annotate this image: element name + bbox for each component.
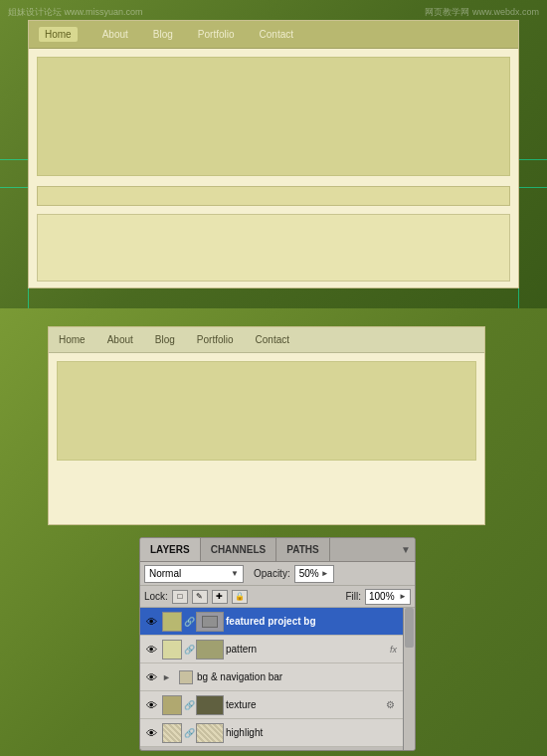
mockup-nav-top: Home About Blog Portfolio Contact [29, 21, 518, 49]
layer-row-texture[interactable]: 👁 🔗 texture ⚙ ► [140, 691, 415, 719]
website-mockup-top: Home About Blog Portfolio Contact [28, 20, 519, 288]
layer-row-group[interactable]: 👁 ► bg & navigation bar [140, 663, 415, 691]
lock-transparent-button[interactable]: □ [172, 590, 188, 604]
chain-featured: 🔗 [184, 617, 194, 627]
thumb-rect-highlight [196, 723, 224, 743]
blend-row: Normal ▼ Opacity: 50% ► [140, 562, 415, 586]
opacity-arrow: ► [321, 569, 329, 578]
lower-block-top [37, 214, 510, 282]
layer-row-featured[interactable]: 👁 🔗 featured project bg [140, 608, 415, 636]
nav-portfolio-bottom[interactable]: Portfolio [197, 334, 234, 345]
layer-fx-pattern: fx [390, 645, 397, 655]
thumb-pattern [162, 640, 182, 660]
watermark-left: 姐妹设计论坛 www.missyuan.com [8, 6, 143, 19]
panel-menu-button[interactable]: ▼ [401, 544, 411, 555]
thumb-highlight [162, 723, 182, 743]
featured-block-bottom [57, 361, 476, 461]
fill-arrow: ► [399, 592, 407, 601]
blend-select-arrow: ▼ [231, 569, 239, 578]
mockup-content-top [29, 49, 518, 289]
layer-row-pattern[interactable]: 👁 🔗 pattern fx ► [140, 636, 415, 663]
group-arrow[interactable]: ► [162, 672, 176, 682]
top-canvas: 姐妹设计论坛 www.missyuan.com 网页教学网 www.webdx.… [0, 0, 547, 308]
nav-about-bottom[interactable]: About [107, 334, 133, 345]
eye-icon-featured[interactable]: 👁 [142, 613, 160, 631]
fill-label: Fill: [345, 591, 361, 602]
opacity-label: Opacity: [254, 568, 290, 579]
nav-home-top[interactable]: Home [39, 27, 78, 42]
chain-texture: 🔗 [184, 700, 194, 710]
layer-row-highlight[interactable]: 👁 🔗 highlight [140, 719, 415, 747]
layer-name-featured: featured project bg [226, 616, 413, 627]
eye-icon-highlight[interactable]: 👁 [142, 724, 160, 742]
nav-about-top[interactable]: About [102, 29, 128, 40]
thumb-featured [162, 612, 182, 632]
layer-name-highlight: highlight [226, 727, 413, 738]
layer-name-pattern: pattern [226, 644, 388, 655]
thumb-texture [162, 695, 182, 715]
nav-contact-bottom[interactable]: Contact [256, 334, 289, 345]
nav-contact-top[interactable]: Contact [260, 29, 293, 40]
eye-icon-texture[interactable]: 👁 [142, 696, 160, 714]
opacity-input[interactable]: 50% ► [294, 565, 334, 583]
lock-image-button[interactable]: ✎ [192, 590, 208, 604]
lock-label: Lock: [144, 591, 168, 602]
bottom-section: Home About Blog Portfolio Contact LAYERS… [0, 308, 547, 756]
tab-channels[interactable]: CHANNELS [201, 538, 277, 561]
settings-icon-texture[interactable]: ⚙ [386, 699, 395, 710]
website-mockup-bottom: Home About Blog Portfolio Contact [48, 326, 485, 525]
nav-home-bottom[interactable]: Home [59, 334, 86, 345]
group-thumb [179, 670, 193, 684]
watermark-right: 网页教学网 www.webdx.com [425, 6, 539, 19]
thumb-rect-texture [196, 695, 224, 715]
layer-name-group: bg & navigation bar [197, 671, 413, 682]
opacity-val: 50% [299, 568, 319, 579]
thumb-rect-featured [196, 612, 224, 632]
featured-block-top [37, 57, 510, 176]
fill-input[interactable]: 100% ► [365, 589, 411, 605]
tab-layers[interactable]: LAYERS [140, 538, 201, 561]
layers-list: 👁 🔗 featured project bg 👁 🔗 pattern fx [140, 608, 415, 747]
thumb-rect-pattern [196, 640, 224, 660]
lock-position-button[interactable]: ✚ [212, 590, 228, 604]
scrollbar-thumb[interactable] [405, 608, 414, 648]
blend-mode-value: Normal [149, 568, 181, 579]
eye-icon-group[interactable]: 👁 [142, 668, 160, 686]
nav-blog-bottom[interactable]: Blog [155, 334, 175, 345]
mockup-nav-bottom: Home About Blog Portfolio Contact [49, 327, 484, 353]
layer-name-texture: texture [226, 699, 384, 710]
lock-all-button[interactable]: 🔒 [232, 590, 248, 604]
blend-mode-select[interactable]: Normal ▼ [144, 565, 244, 583]
nav-portfolio-top[interactable]: Portfolio [198, 29, 235, 40]
panel-tabs: LAYERS CHANNELS PATHS ▼ [140, 538, 415, 562]
eye-icon-pattern[interactable]: 👁 [142, 641, 160, 659]
tab-paths[interactable]: PATHS [276, 538, 329, 561]
chain-highlight: 🔗 [184, 728, 194, 738]
chain-pattern: 🔗 [184, 645, 194, 655]
nav-blog-top[interactable]: Blog [153, 29, 173, 40]
content-strip [37, 186, 510, 206]
fill-val: 100% [369, 591, 395, 602]
panel-scrollbar[interactable] [403, 608, 415, 747]
lock-row: Lock: □ ✎ ✚ 🔒 Fill: 100% ► [140, 586, 415, 608]
layers-panel: LAYERS CHANNELS PATHS ▼ Normal ▼ Opacity… [139, 537, 416, 751]
